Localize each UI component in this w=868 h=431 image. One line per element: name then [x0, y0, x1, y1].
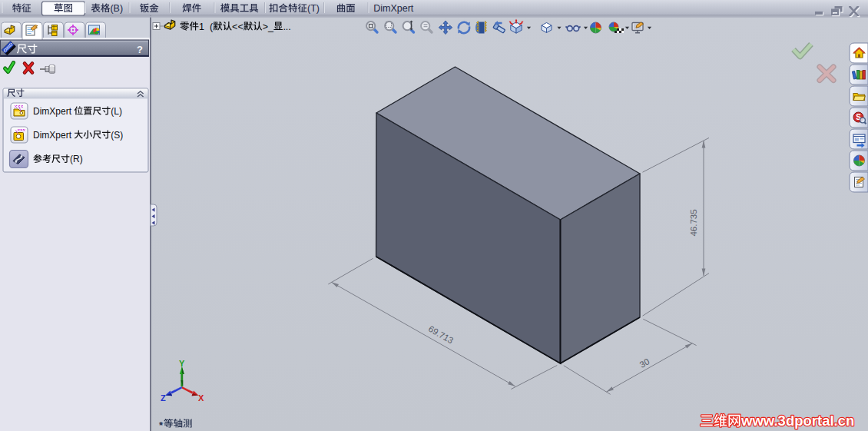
svg-text:?: ? [137, 44, 143, 55]
svg-text:1 (: 1 ( [199, 22, 214, 32]
svg-text:>_: >_ [263, 22, 274, 32]
svg-text:DimXpert: DimXpert [373, 3, 414, 14]
svg-text:<<: << [232, 22, 244, 32]
svg-text:46.735: 46.735 [689, 209, 698, 236]
svg-text:DimXpert: DimXpert [33, 106, 74, 117]
svg-text:(S): (S) [111, 130, 123, 141]
svg-text:...: ... [283, 22, 290, 32]
svg-text:(T): (T) [307, 3, 320, 14]
svg-text:www.3dportal.cn: www.3dportal.cn [740, 413, 854, 429]
svg-text:(L): (L) [111, 106, 122, 117]
svg-text:X: X [198, 393, 204, 403]
svg-text:(B): (B) [110, 3, 123, 14]
svg-text:(R): (R) [70, 154, 83, 164]
svg-text:DimXpert: DimXpert [33, 130, 74, 141]
svg-text:Y: Y [179, 359, 185, 368]
svg-text:Z: Z [161, 393, 166, 403]
